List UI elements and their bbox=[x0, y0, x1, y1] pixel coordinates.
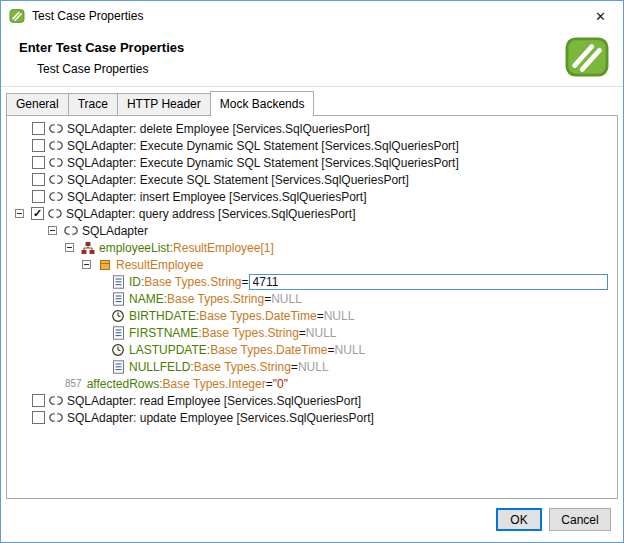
tree-checkbox[interactable]: ✓ bbox=[31, 207, 44, 220]
string-icon bbox=[111, 292, 125, 306]
tree-label: Base Types.DateTime bbox=[199, 309, 316, 323]
tree-row[interactable]: SQLAdapter bbox=[7, 222, 617, 239]
tree-label: "0" bbox=[273, 377, 288, 391]
tree-label: NULL bbox=[324, 309, 355, 323]
tree-expander-collapse[interactable] bbox=[65, 243, 74, 252]
tree-label: SQLAdapter: Execute SQL Statement [Servi… bbox=[67, 173, 409, 187]
list-icon bbox=[81, 241, 95, 255]
tree-label: SQLAdapter: Execute Dynamic SQL Statemen… bbox=[67, 139, 459, 153]
datetime-icon bbox=[111, 309, 125, 323]
mock-backends-tree: SQLAdapter: delete Employee [Services.Sq… bbox=[6, 115, 618, 499]
tree-label: = bbox=[242, 275, 249, 289]
tree-label: NULL bbox=[306, 326, 337, 340]
tree-label: Base Types.String bbox=[144, 275, 241, 289]
tree-row[interactable]: SQLAdapter: Execute Dynamic SQL Statemen… bbox=[7, 154, 617, 171]
tree-label: NULLFELD: bbox=[129, 360, 194, 374]
tree-row[interactable]: FIRSTNAME: Base Types.String = NULL bbox=[7, 324, 617, 341]
port-icon bbox=[49, 173, 63, 187]
cancel-button[interactable]: Cancel bbox=[549, 508, 611, 531]
tree-label: ResultEmployee bbox=[116, 258, 203, 272]
tab-http-header[interactable]: HTTP Header bbox=[117, 93, 211, 115]
tab-general[interactable]: General bbox=[6, 93, 69, 115]
tree-label: = bbox=[299, 326, 306, 340]
title-bar: Test Case Properties ✕ bbox=[1, 1, 623, 31]
tree-row[interactable]: NULLFELD: Base Types.String = NULL bbox=[7, 358, 617, 375]
port-icon bbox=[49, 122, 63, 136]
tree-label: = bbox=[317, 309, 324, 323]
tree-checkbox[interactable] bbox=[32, 156, 45, 169]
tree-row[interactable]: ID: Base Types.String = bbox=[7, 273, 617, 290]
tree-expander-collapse[interactable] bbox=[15, 209, 24, 218]
page-title: Enter Test Case Properties bbox=[19, 40, 607, 55]
record-icon bbox=[98, 258, 112, 272]
row-id-prefix: 857 bbox=[65, 378, 82, 389]
datetime-icon bbox=[111, 343, 125, 357]
tree-row[interactable]: 857affectedRows: Base Types.Integer = "0… bbox=[7, 375, 617, 392]
tree-row[interactable]: SQLAdapter: insert Employee [Services.Sq… bbox=[7, 188, 617, 205]
tree-label: NAME: bbox=[129, 292, 167, 306]
tree-row[interactable]: BIRTHDATE: Base Types.DateTime = NULL bbox=[7, 307, 617, 324]
tree-label: = bbox=[328, 343, 335, 357]
tree-row[interactable]: SQLAdapter: Execute SQL Statement [Servi… bbox=[7, 171, 617, 188]
port-icon bbox=[49, 190, 63, 204]
tree-label: = bbox=[264, 292, 271, 306]
tree-label: ResultEmployee[1] bbox=[173, 241, 274, 255]
tree-label: employeeList: bbox=[99, 241, 173, 255]
dialog-header: Enter Test Case Properties Test Case Pro… bbox=[1, 31, 623, 87]
tab-trace[interactable]: Trace bbox=[68, 93, 118, 115]
tree-label: Base Types.Integer bbox=[163, 377, 266, 391]
button-bar: OK Cancel bbox=[1, 499, 623, 542]
tree-label: SQLAdapter: update Employee [Services.Sq… bbox=[67, 411, 374, 425]
tree-row[interactable]: ResultEmployee bbox=[7, 256, 617, 273]
ok-button[interactable]: OK bbox=[496, 508, 542, 531]
port-icon bbox=[64, 224, 78, 238]
tree-row[interactable]: LASTUPDATE: Base Types.DateTime = NULL bbox=[7, 341, 617, 358]
port-icon bbox=[49, 139, 63, 153]
string-icon bbox=[111, 360, 125, 374]
tree-row[interactable]: employeeList: ResultEmployee[1] bbox=[7, 239, 617, 256]
window-title: Test Case Properties bbox=[32, 9, 578, 23]
tree-label: Base Types.DateTime bbox=[210, 343, 327, 357]
tab-bar: GeneralTraceHTTP HeaderMock Backends bbox=[1, 90, 623, 115]
tree-label: SQLAdapter: query address [Services.SqlQ… bbox=[66, 207, 355, 221]
tree-checkbox[interactable] bbox=[32, 122, 45, 135]
tree-checkbox[interactable] bbox=[32, 173, 45, 186]
field-value-input[interactable] bbox=[249, 274, 608, 290]
port-icon bbox=[49, 394, 63, 408]
tree-expander-collapse[interactable] bbox=[48, 226, 57, 235]
tree-label: SQLAdapter: delete Employee [Services.Sq… bbox=[67, 122, 370, 136]
tree-expander-collapse[interactable] bbox=[82, 260, 91, 269]
tree-checkbox[interactable] bbox=[32, 411, 45, 424]
test-case-properties-dialog: Test Case Properties ✕ Enter Test Case P… bbox=[0, 0, 624, 543]
tree-label: SQLAdapter: Execute Dynamic SQL Statemen… bbox=[67, 156, 459, 170]
tree-label: NULL bbox=[335, 343, 366, 357]
tree-row[interactable]: SQLAdapter: Execute Dynamic SQL Statemen… bbox=[7, 137, 617, 154]
tree-row[interactable]: SQLAdapter: read Employee [Services.SqlQ… bbox=[7, 392, 617, 409]
tree-label: SQLAdapter: insert Employee [Services.Sq… bbox=[67, 190, 366, 204]
tree-label: LASTUPDATE: bbox=[129, 343, 210, 357]
tree-label: Base Types.String bbox=[167, 292, 264, 306]
tree-label: ID: bbox=[129, 275, 144, 289]
brand-logo bbox=[564, 36, 610, 82]
tree-label: NULL bbox=[298, 360, 329, 374]
tree-label: NULL bbox=[271, 292, 302, 306]
tree-row[interactable]: SQLAdapter: delete Employee [Services.Sq… bbox=[7, 120, 617, 137]
tree-label: = bbox=[291, 360, 298, 374]
tab-mock-backends[interactable]: Mock Backends bbox=[210, 91, 315, 116]
tree-label: SQLAdapter: read Employee [Services.SqlQ… bbox=[67, 394, 361, 408]
tree-label: SQLAdapter bbox=[82, 224, 148, 238]
tree-label: Base Types.String bbox=[194, 360, 291, 374]
close-icon[interactable]: ✕ bbox=[578, 1, 623, 31]
tree-label: BIRTHDATE: bbox=[129, 309, 199, 323]
tree-checkbox[interactable] bbox=[32, 139, 45, 152]
page-subtitle: Test Case Properties bbox=[37, 62, 607, 76]
port-icon bbox=[48, 207, 62, 221]
tree-label: FIRSTNAME: bbox=[129, 326, 202, 340]
tree-row[interactable]: ✓SQLAdapter: query address [Services.Sql… bbox=[7, 205, 617, 222]
tree-label: = bbox=[266, 377, 273, 391]
tree-checkbox[interactable] bbox=[32, 394, 45, 407]
tree-row[interactable]: SQLAdapter: update Employee [Services.Sq… bbox=[7, 409, 617, 426]
string-icon bbox=[111, 326, 125, 340]
tree-checkbox[interactable] bbox=[32, 190, 45, 203]
tree-row[interactable]: NAME: Base Types.String = NULL bbox=[7, 290, 617, 307]
